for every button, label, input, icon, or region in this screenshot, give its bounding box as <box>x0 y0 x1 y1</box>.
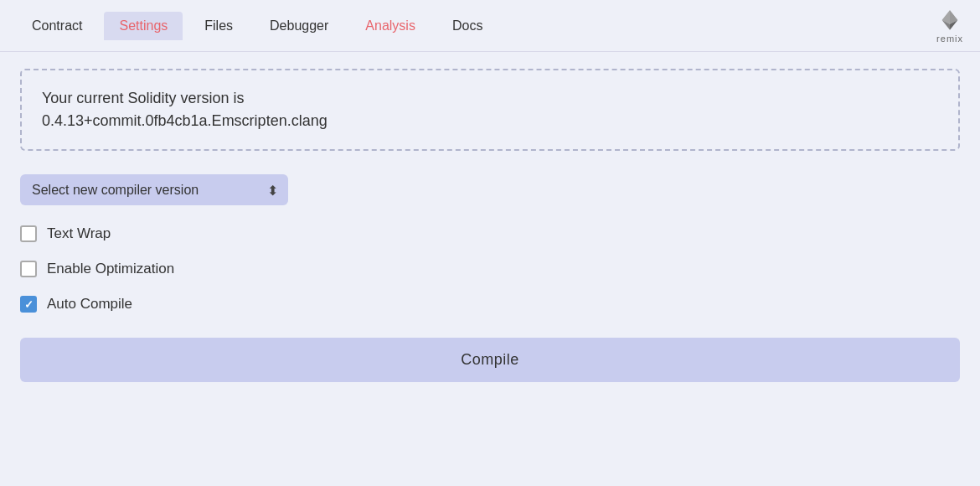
auto-compile-row: Auto Compile <box>20 296 960 313</box>
nav-item-debugger[interactable]: Debugger <box>255 12 343 40</box>
auto-compile-checkbox[interactable] <box>20 296 37 313</box>
nav-item-contract[interactable]: Contract <box>17 12 97 40</box>
auto-compile-label[interactable]: Auto Compile <box>47 296 132 313</box>
remix-logo: remix <box>936 8 963 44</box>
version-box: Your current Solidity version is 0.4.13+… <box>20 69 960 151</box>
text-wrap-checkbox[interactable] <box>20 225 37 242</box>
enable-optimization-label[interactable]: Enable Optimization <box>47 261 174 277</box>
version-value: 0.4.13+commit.0fb4cb1a.Emscripten.clang <box>42 112 328 129</box>
enable-optimization-row: Enable Optimization <box>20 261 960 277</box>
enable-optimization-checkbox[interactable] <box>20 261 37 277</box>
nav-item-files[interactable]: Files <box>189 12 248 40</box>
ethereum-icon <box>938 8 962 32</box>
compiler-select-container: Select new compiler version 0.4.13 0.4.1… <box>20 174 288 205</box>
nav-item-docs[interactable]: Docs <box>437 12 498 40</box>
version-text: Your current Solidity version is 0.4.13+… <box>42 87 938 132</box>
svg-marker-4 <box>950 10 957 23</box>
text-wrap-label[interactable]: Text Wrap <box>47 225 111 242</box>
compiler-select-wrapper: Select new compiler version 0.4.13 0.4.1… <box>20 174 960 205</box>
nav-item-analysis[interactable]: Analysis <box>350 12 431 40</box>
compile-button[interactable]: Compile <box>20 338 960 382</box>
app-container: Contract Settings Files Debugger Analysi… <box>0 0 980 486</box>
top-nav: Contract Settings Files Debugger Analysi… <box>0 0 980 52</box>
version-label: Your current Solidity version is <box>42 90 244 106</box>
nav-item-settings[interactable]: Settings <box>104 12 183 40</box>
svg-marker-3 <box>942 10 950 23</box>
compiler-version-select[interactable]: Select new compiler version 0.4.13 0.4.1… <box>20 174 288 205</box>
text-wrap-row: Text Wrap <box>20 225 960 242</box>
remix-label: remix <box>936 34 963 44</box>
main-content: Your current Solidity version is 0.4.13+… <box>0 52 980 486</box>
